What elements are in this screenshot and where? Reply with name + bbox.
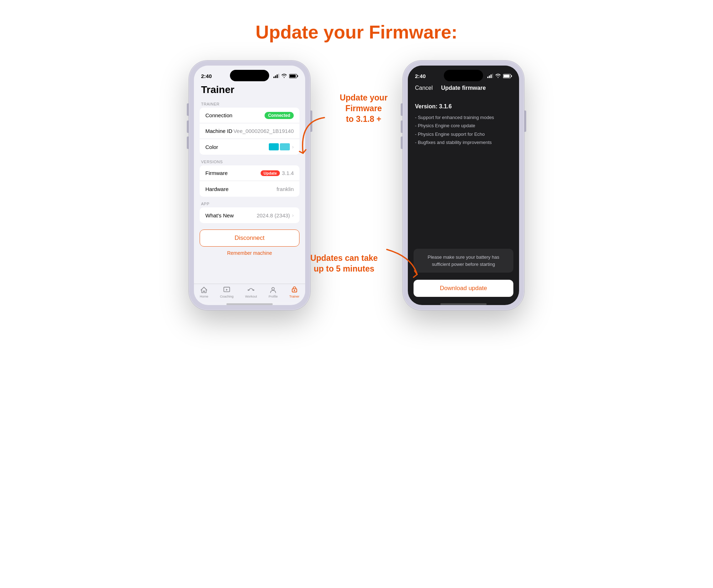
- hardware-label: Hardware: [205, 186, 229, 192]
- color-swatch: [269, 143, 290, 150]
- svg-rect-5: [297, 75, 298, 77]
- color-bar-1: [269, 143, 279, 150]
- svg-point-12: [294, 290, 295, 291]
- svg-rect-14: [489, 76, 490, 78]
- color-value: ›: [269, 143, 294, 150]
- color-row[interactable]: Color ›: [200, 139, 299, 155]
- svg-rect-19: [504, 74, 510, 77]
- wifi-icon-right: [495, 74, 501, 78]
- update-nav: Cancel Update firmware: [408, 81, 519, 96]
- hardware-row: Hardware franklin: [200, 181, 299, 197]
- tab-workout[interactable]: Workout: [245, 286, 257, 298]
- callout-update-firmware: Update yourFirmwareto 3.1.8 +: [324, 93, 403, 125]
- versions-section-card: Firmware Update 3.1.4 Hardware franklin: [200, 165, 299, 197]
- wifi-icon: [281, 74, 287, 78]
- tab-bar: Home Coaching: [194, 284, 305, 302]
- status-bar-right: 2:40: [408, 66, 519, 81]
- vol-down-button-right: [401, 136, 402, 149]
- tab-workout-label: Workout: [245, 295, 257, 298]
- version-title: Version: 3.1.6: [415, 103, 512, 110]
- changelog-item-3: - Physics Engine support for Echo: [415, 130, 512, 138]
- update-screen: 2:40: [408, 66, 519, 305]
- workout-icon: [247, 286, 255, 294]
- versions-section: VERSIONS Firmware Update 3.1.4: [194, 157, 305, 197]
- svg-rect-6: [290, 74, 296, 77]
- tab-trainer[interactable]: Trainer: [289, 286, 299, 298]
- cancel-button[interactable]: Cancel: [415, 85, 433, 91]
- status-icons-right: [487, 74, 512, 78]
- signal-icon-right: [487, 74, 493, 78]
- connection-label: Connection: [205, 112, 232, 118]
- tab-trainer-label: Trainer: [289, 295, 299, 298]
- tab-home-label: Home: [200, 295, 208, 298]
- changelog: - Support for enhanced training modes - …: [415, 113, 512, 147]
- tab-home[interactable]: Home: [200, 286, 208, 298]
- app-section-label: APP: [194, 199, 305, 207]
- profile-icon: [269, 286, 277, 294]
- connection-row: Connection Connected: [200, 108, 299, 123]
- left-phone: 2:40: [189, 61, 310, 310]
- versions-section-label: VERSIONS: [194, 157, 305, 165]
- dynamic-island-right: [444, 70, 483, 81]
- whats-new-value: 2024.8 (2343) ›: [257, 212, 294, 218]
- update-badge[interactable]: Update: [261, 170, 279, 176]
- whats-new-label: What's New: [205, 212, 234, 218]
- firmware-label: Firmware: [205, 170, 228, 176]
- trainer-icon: [291, 286, 298, 294]
- screen-title: Trainer: [201, 84, 298, 96]
- tab-profile[interactable]: Profile: [268, 286, 278, 298]
- tab-profile-label: Profile: [268, 295, 278, 298]
- chevron-icon-2: ›: [292, 212, 294, 218]
- disconnect-button[interactable]: Disconnect: [200, 229, 299, 247]
- vol-up-button-right: [401, 120, 402, 133]
- arrow-to-update: [292, 114, 328, 160]
- machine-id-value: Vee_00002062_1B19140: [234, 128, 294, 134]
- machine-id-row: Machine ID Vee_00002062_1B19140: [200, 123, 299, 139]
- firmware-value: Update 3.1.4: [261, 170, 294, 176]
- app-section-card: What's New 2024.8 (2343) ›: [200, 207, 299, 223]
- battery-icon-right: [503, 74, 512, 78]
- home-indicator-right: [440, 303, 487, 305]
- trainer-section-card: Connection Connected Machine ID Vee_0000…: [200, 108, 299, 155]
- tab-coaching-label: Coaching: [220, 295, 234, 298]
- status-time-left: 2:40: [201, 73, 212, 79]
- vol-down-button: [187, 136, 189, 149]
- hardware-value: franklin: [277, 186, 294, 192]
- firmware-row: Firmware Update 3.1.4: [200, 165, 299, 181]
- update-spacer: [408, 174, 519, 244]
- status-time-right: 2:40: [415, 73, 426, 79]
- svg-rect-16: [492, 74, 493, 78]
- trainer-screen: 2:40: [194, 66, 305, 305]
- machine-id-label: Machine ID: [205, 128, 232, 134]
- svg-rect-15: [491, 74, 492, 78]
- trainer-header: Trainer: [194, 81, 305, 99]
- svg-rect-0: [273, 77, 275, 78]
- update-content: Version: 3.1.6 - Support for enhanced tr…: [408, 96, 519, 174]
- home-icon: [200, 286, 208, 294]
- changelog-item-4: - Bugfixes and stability improvements: [415, 138, 512, 146]
- color-bar-2: [280, 143, 290, 150]
- svg-rect-18: [511, 75, 512, 77]
- arrow-to-download: [383, 246, 422, 282]
- callout-update-time-text: Updates can takeup to 5 minutes: [299, 253, 389, 274]
- connected-badge: Connected: [265, 112, 294, 119]
- battery-warning-text: Please make sure your battery has suffic…: [428, 254, 499, 267]
- trainer-section-label: TRAINER: [194, 99, 305, 108]
- home-indicator-left: [226, 303, 273, 305]
- dynamic-island-left: [230, 70, 269, 81]
- page-title: Update your Firmware:: [256, 21, 457, 43]
- callout-firmware-text: Update yourFirmwareto 3.1.8 +: [324, 93, 403, 125]
- trainer-section: TRAINER Connection Connected Machine ID …: [194, 99, 305, 155]
- coaching-icon: [223, 286, 231, 294]
- svg-rect-1: [275, 76, 276, 78]
- svg-rect-3: [278, 74, 279, 78]
- vol-up-button: [187, 120, 189, 133]
- remember-link[interactable]: Remember machine: [194, 250, 305, 256]
- signal-icon: [273, 74, 279, 78]
- whats-new-row[interactable]: What's New 2024.8 (2343) ›: [200, 207, 299, 223]
- download-update-button[interactable]: Download update: [414, 280, 513, 297]
- changelog-item-1: - Support for enhanced training modes: [415, 113, 512, 122]
- svg-rect-2: [277, 74, 278, 78]
- battery-warning: Please make sure your battery has suffic…: [414, 249, 513, 273]
- tab-coaching[interactable]: Coaching: [220, 286, 234, 298]
